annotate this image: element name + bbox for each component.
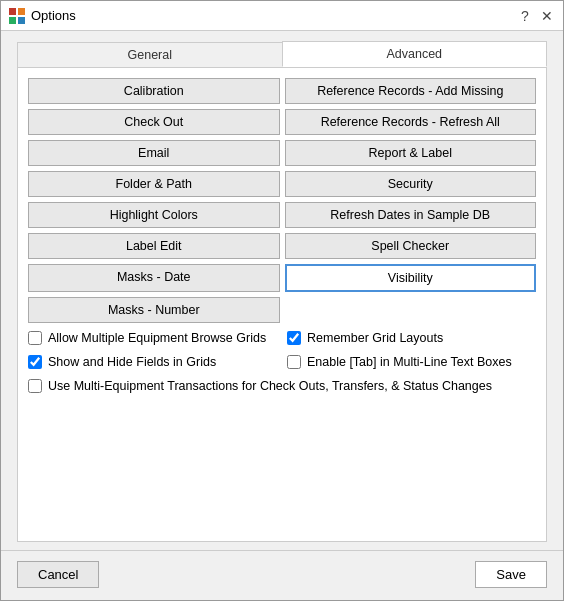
checkboxes-section: Allow Multiple Equipment Browse Grids Re… (28, 323, 536, 403)
svg-rect-1 (18, 8, 25, 15)
btn-visibility[interactable]: Visibility (285, 264, 537, 292)
svg-rect-0 (9, 8, 16, 15)
cb-multiple-equipment-label: Allow Multiple Equipment Browse Grids (48, 331, 266, 345)
checkbox-row-3: Show and Hide Fields in Grids (28, 355, 277, 369)
cb-remember-grid[interactable] (287, 331, 301, 345)
cb-show-hide-fields[interactable] (28, 355, 42, 369)
tab-general[interactable]: General (17, 42, 283, 67)
title-bar: Options ? ✕ (1, 1, 563, 31)
buttons-grid: Calibration Reference Records - Add Miss… (28, 78, 536, 323)
btn-refresh-dates[interactable]: Refresh Dates in Sample DB (285, 202, 537, 228)
btn-highlight-colors[interactable]: Highlight Colors (28, 202, 280, 228)
checkbox-row-2: Remember Grid Layouts (287, 331, 536, 345)
dialog-icon (9, 8, 25, 24)
checkbox-row-5: Use Multi-Equipment Transactions for Che… (28, 379, 536, 393)
btn-security[interactable]: Security (285, 171, 537, 197)
cb-enable-tab-label: Enable [Tab] in Multi-Line Text Boxes (307, 355, 512, 369)
btn-ref-refresh-all[interactable]: Reference Records - Refresh All (285, 109, 537, 135)
tab-header: General Advanced (17, 41, 547, 67)
checkboxes-grid: Allow Multiple Equipment Browse Grids Re… (28, 331, 536, 399)
dialog-body: General Advanced Calibration Reference R… (1, 31, 563, 550)
cb-show-hide-fields-label: Show and Hide Fields in Grids (48, 355, 216, 369)
btn-report-label[interactable]: Report & Label (285, 140, 537, 166)
btn-email[interactable]: Email (28, 140, 280, 166)
cb-multi-equipment-transactions-label: Use Multi-Equipment Transactions for Che… (48, 379, 492, 393)
btn-calibration[interactable]: Calibration (28, 78, 280, 104)
btn-check-out[interactable]: Check Out (28, 109, 280, 135)
cb-multi-equipment-transactions[interactable] (28, 379, 42, 393)
btn-masks-number[interactable]: Masks - Number (28, 297, 280, 323)
tab-panel: Calibration Reference Records - Add Miss… (17, 67, 547, 542)
cb-multiple-equipment[interactable] (28, 331, 42, 345)
options-dialog: Options ? ✕ General Advanced Calibration… (0, 0, 564, 601)
help-button[interactable]: ? (517, 8, 533, 24)
cb-enable-tab[interactable] (287, 355, 301, 369)
tab-advanced[interactable]: Advanced (282, 41, 548, 67)
cancel-button[interactable]: Cancel (17, 561, 99, 588)
btn-spell-checker[interactable]: Spell Checker (285, 233, 537, 259)
dialog-footer: Cancel Save (1, 550, 563, 600)
checkbox-row-1: Allow Multiple Equipment Browse Grids (28, 331, 277, 345)
dialog-title: Options (31, 8, 76, 23)
btn-label-edit[interactable]: Label Edit (28, 233, 280, 259)
cb-remember-grid-label: Remember Grid Layouts (307, 331, 443, 345)
btn-folder-path[interactable]: Folder & Path (28, 171, 280, 197)
svg-rect-2 (9, 17, 16, 24)
btn-ref-add-missing[interactable]: Reference Records - Add Missing (285, 78, 537, 104)
checkbox-row-4: Enable [Tab] in Multi-Line Text Boxes (287, 355, 536, 369)
save-button[interactable]: Save (475, 561, 547, 588)
app-icon-svg (9, 8, 25, 24)
btn-placeholder-empty (285, 297, 537, 323)
svg-rect-3 (18, 17, 25, 24)
close-button[interactable]: ✕ (539, 8, 555, 24)
btn-masks-date[interactable]: Masks - Date (28, 264, 280, 292)
